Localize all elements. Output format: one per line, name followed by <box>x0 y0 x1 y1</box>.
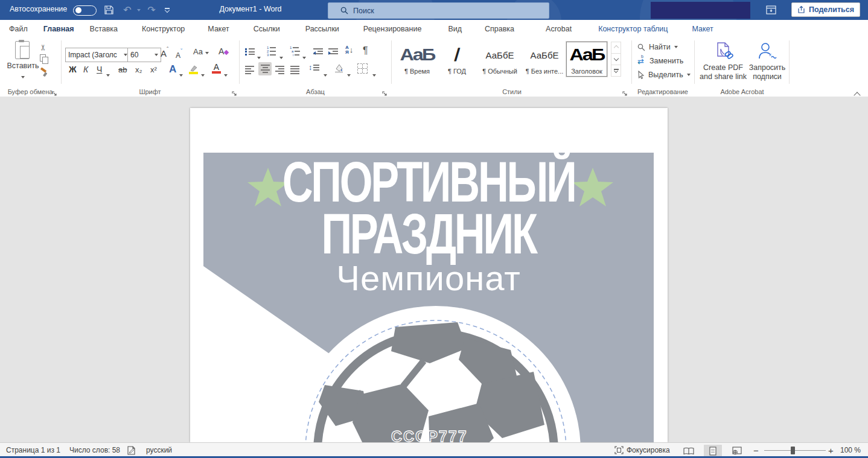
tab-insert[interactable]: Вставка <box>82 20 126 38</box>
paste-button[interactable]: Вставить <box>6 41 40 81</box>
replace-button[interactable]: ⇄bc Заменить <box>637 57 683 65</box>
tab-home[interactable]: Главная <box>36 18 82 40</box>
copy-button[interactable] <box>40 54 48 63</box>
document-area[interactable]: СПОРТИВНЫЙ ПРАЗДНИК Чемпионат <box>0 97 868 442</box>
select-button[interactable]: Выделить <box>637 71 691 79</box>
account-panel[interactable] <box>651 2 750 19</box>
change-case-button[interactable]: Аа <box>193 47 209 56</box>
subscript-button[interactable]: х₂ <box>135 65 142 74</box>
shrink-font-button[interactable]: Аˇ <box>176 48 182 60</box>
align-center-button[interactable] <box>258 62 272 75</box>
share-button[interactable]: Поделиться <box>791 2 860 17</box>
proofing-status-button[interactable] <box>127 445 136 456</box>
justify-button[interactable] <box>290 65 299 75</box>
borders-dropdown[interactable] <box>372 68 376 79</box>
text-effects-dropdown[interactable] <box>179 68 183 79</box>
clear-formatting-button[interactable]: А <box>219 46 228 56</box>
tab-file[interactable]: Файл <box>1 20 36 38</box>
styles-gallery-more[interactable] <box>611 65 621 77</box>
zoom-slider-handle[interactable] <box>791 447 795 454</box>
numbering-dropdown[interactable] <box>279 51 283 62</box>
sort-button[interactable]: АЯ ↓ <box>345 45 353 55</box>
highlight-dropdown[interactable] <box>201 68 205 79</box>
page-indicator[interactable]: Страница 1 из 1 <box>6 445 60 456</box>
format-painter-button[interactable] <box>39 68 49 80</box>
font-color-dropdown[interactable] <box>224 68 228 79</box>
bullets-button[interactable] <box>245 47 255 56</box>
tab-design[interactable]: Конструктор <box>134 20 193 38</box>
font-name-combo[interactable]: Impact (Заголс <box>65 48 130 62</box>
styles-dialog-launcher[interactable] <box>622 89 628 95</box>
style-item-heading-selected[interactable]: АаБ Заголовок <box>566 42 607 77</box>
multilevel-list-button[interactable]: 1 a i <box>290 46 301 57</box>
style-item-god[interactable]: / ¶ ГОД <box>438 42 476 77</box>
grow-font-button[interactable]: Аˆ <box>161 46 168 59</box>
increase-indent-button[interactable] <box>328 47 338 56</box>
font-size-combo[interactable]: 60 <box>127 48 161 62</box>
paragraph-dialog-launcher[interactable] <box>382 89 388 95</box>
customize-qat-button[interactable] <box>161 0 174 20</box>
language-indicator[interactable]: русский <box>146 445 172 456</box>
print-layout-button[interactable] <box>704 445 722 457</box>
search-box[interactable]: Поиск <box>328 2 549 19</box>
style-item-no-spacing[interactable]: АаБбЕ ¶ Без инте... <box>524 42 565 77</box>
style-item-normal[interactable]: АаБбЕ ¶ Обычный <box>477 42 523 77</box>
line-spacing-dropdown[interactable] <box>324 68 327 79</box>
redo-button[interactable]: ↷ <box>144 0 159 20</box>
tab-table-design[interactable]: Конструктор таблиц <box>590 20 675 38</box>
italic-button[interactable]: К <box>83 65 88 74</box>
clipboard-dialog-launcher[interactable] <box>52 89 58 95</box>
tab-table-layout[interactable]: Макет <box>684 20 721 38</box>
zoom-in-button[interactable]: + <box>828 445 834 456</box>
styles-scroll-up[interactable] <box>611 42 621 54</box>
tab-acrobat[interactable]: Acrobat <box>538 20 579 38</box>
tab-help[interactable]: Справка <box>477 20 522 38</box>
text-effects-button[interactable]: А <box>169 63 176 75</box>
document-page[interactable]: СПОРТИВНЫЙ ПРАЗДНИК Чемпионат <box>190 108 668 442</box>
bold-button[interactable]: Ж <box>69 65 77 74</box>
tab-layout[interactable]: Макет <box>200 20 237 38</box>
align-right-button[interactable] <box>275 65 284 75</box>
find-button[interactable]: Найти <box>637 43 678 51</box>
align-left-button[interactable] <box>245 65 254 75</box>
align-left-icon <box>245 66 254 74</box>
cut-button[interactable]: ✂ <box>40 42 46 52</box>
strikethrough-button[interactable]: ab <box>118 65 127 74</box>
font-color-button[interactable]: А <box>212 63 221 74</box>
shading-button[interactable] <box>334 63 345 75</box>
font-dialog-launcher[interactable] <box>232 89 238 95</box>
style-item-vremya[interactable]: АаБ ¶ Время <box>397 42 437 77</box>
bullets-dropdown[interactable] <box>257 51 261 62</box>
undo-button[interactable]: ↶ <box>120 0 135 20</box>
show-marks-button[interactable]: ¶ <box>363 45 368 56</box>
styles-scroll-down[interactable] <box>611 54 621 65</box>
undo-dropdown[interactable] <box>135 0 142 20</box>
underline-button[interactable]: Ч <box>97 65 102 74</box>
find-icon <box>637 43 645 51</box>
word-count[interactable]: Число слов: 58 <box>69 445 120 456</box>
ribbon-display-options-button[interactable] <box>757 0 785 20</box>
zoom-out-button[interactable]: − <box>753 445 759 456</box>
superscript-button[interactable]: х² <box>150 65 157 74</box>
save-button[interactable] <box>100 0 118 20</box>
tab-view[interactable]: Вид <box>440 20 470 38</box>
tab-references[interactable]: Ссылки <box>246 20 288 38</box>
multilevel-list-dropdown[interactable] <box>302 51 306 62</box>
numbering-button[interactable]: 1 2 3 <box>267 46 278 57</box>
shading-dropdown[interactable] <box>347 68 351 79</box>
focus-mode-button[interactable]: Фокусировка <box>614 445 670 456</box>
svg-text:x: x <box>769 52 771 57</box>
create-pdf-button[interactable]: Create PDFand share link <box>699 42 747 81</box>
decrease-indent-button[interactable] <box>313 47 323 56</box>
tab-review[interactable]: Рецензирование <box>356 20 430 38</box>
borders-button[interactable] <box>357 63 368 74</box>
request-signatures-button[interactable]: x Запроситьподписи <box>747 42 787 81</box>
autosave-toggle[interactable] <box>73 5 97 16</box>
tab-mailings[interactable]: Рассылки <box>298 20 347 38</box>
highlight-button[interactable] <box>189 63 199 73</box>
line-spacing-button[interactable]: ↕ <box>308 63 319 72</box>
underline-dropdown[interactable] <box>106 68 110 79</box>
web-layout-button[interactable] <box>728 445 746 457</box>
zoom-level[interactable]: 100 % <box>840 445 861 456</box>
read-mode-button[interactable] <box>680 445 698 457</box>
